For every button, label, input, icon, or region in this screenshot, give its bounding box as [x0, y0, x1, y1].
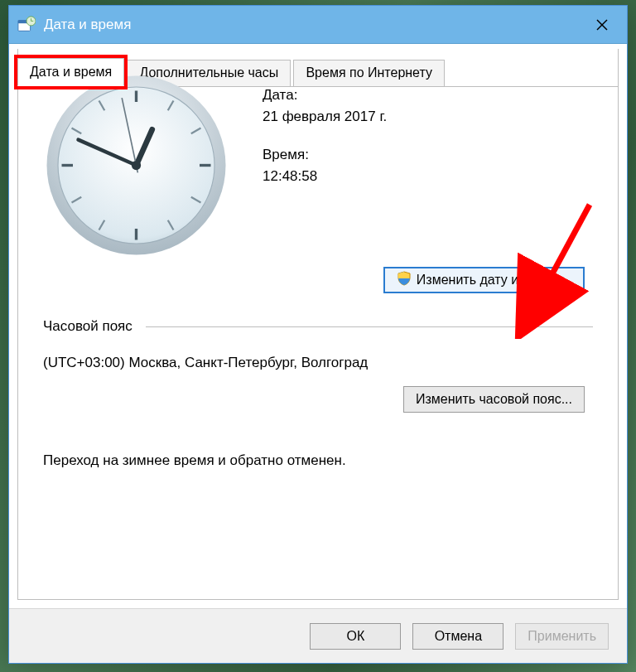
- ok-button[interactable]: ОК: [310, 623, 401, 650]
- divider: [146, 326, 593, 327]
- apply-label: Применить: [528, 629, 596, 644]
- date-value: 21 февраля 2017 г.: [263, 109, 593, 125]
- timezone-value: (UTC+03:00) Москва, Санкт-Петербург, Вол…: [43, 355, 593, 371]
- change-date-time-label: Изменить дату и время...: [417, 273, 571, 288]
- dst-note: Переход на зимнее время и обратно отмене…: [43, 452, 593, 469]
- ok-label: ОК: [346, 629, 364, 644]
- change-timezone-button[interactable]: Изменить часовой пояс...: [403, 386, 585, 413]
- cancel-button[interactable]: Отмена: [412, 623, 504, 650]
- tab-date-time[interactable]: Дата и время: [17, 58, 124, 86]
- time-value: 12:48:58: [263, 168, 593, 185]
- tab-panel: Дата: 21 февраля 2017 г. Время: 12:48:58…: [17, 49, 619, 600]
- date-label: Дата:: [263, 87, 593, 104]
- titlebar[interactable]: Дата и время: [9, 6, 627, 44]
- time-label: Время:: [263, 147, 593, 163]
- date-time-window: Дата и время Дата и время Дополнительные…: [8, 5, 628, 664]
- date-time-icon: [17, 16, 36, 34]
- change-timezone-label: Изменить часовой пояс...: [416, 392, 572, 407]
- cancel-label: Отмена: [435, 629, 482, 644]
- apply-button[interactable]: Применить: [515, 623, 609, 650]
- close-button[interactable]: [585, 8, 619, 41]
- change-date-time-button[interactable]: Изменить дату и время...: [383, 267, 585, 293]
- date-time-info: Дата: 21 февраля 2017 г. Время: 12:48:58: [263, 72, 593, 259]
- timezone-heading: Часовой пояс: [43, 318, 132, 335]
- window-title: Дата и время: [44, 17, 131, 33]
- dialog-footer: ОК Отмена Применить: [9, 608, 627, 663]
- analog-clock: [43, 72, 229, 259]
- svg-point-24: [132, 161, 141, 170]
- uac-shield-icon: [397, 271, 412, 289]
